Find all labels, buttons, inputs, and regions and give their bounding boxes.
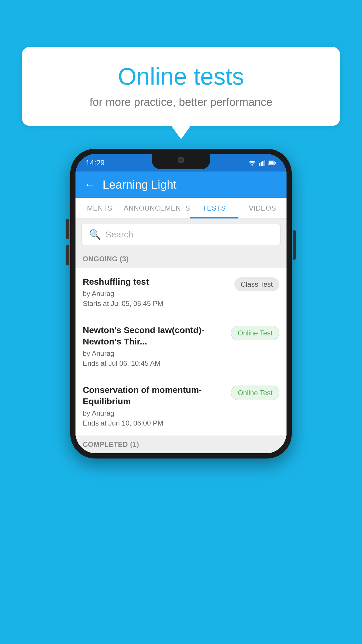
- test-badge-online-newton: Online Test: [231, 326, 279, 340]
- test-list: Reshuffling test by Anurag Starts at Jul…: [75, 268, 287, 436]
- test-time-reshuffling: Starts at Jul 05, 05:45 PM: [83, 300, 229, 308]
- test-name-conservation: Conservation of momentum-Equilibrium: [83, 384, 225, 407]
- back-button[interactable]: ←: [84, 178, 95, 191]
- test-time-newton: Ends at Jul 06, 10:45 AM: [83, 359, 225, 368]
- test-info-conservation: Conservation of momentum-Equilibrium by …: [83, 384, 231, 427]
- test-author-reshuffling: by Anurag: [83, 290, 229, 298]
- ongoing-section-header: ONGOING (3): [75, 250, 287, 268]
- phone-vol-down-btn: [66, 245, 69, 265]
- test-author-conservation: by Anurag: [83, 409, 225, 417]
- test-info-reshuffling: Reshuffling test by Anurag Starts at Jul…: [83, 276, 234, 308]
- svg-rect-1: [259, 163, 260, 166]
- svg-rect-2: [261, 162, 262, 166]
- phone-power-btn: [293, 230, 296, 260]
- search-container: 🔍 Search: [75, 219, 287, 250]
- search-input[interactable]: 🔍 Search: [81, 224, 281, 245]
- svg-rect-3: [262, 161, 263, 166]
- tab-ments[interactable]: MENTS: [75, 198, 124, 218]
- completed-label: COMPLETED (1): [83, 440, 139, 448]
- test-item-reshuffling[interactable]: Reshuffling test by Anurag Starts at Jul…: [75, 268, 287, 316]
- phone-camera: [178, 157, 184, 163]
- phone-vol-up-btn: [66, 219, 69, 239]
- bubble-subtitle: for more practice, better performance: [39, 96, 323, 108]
- tab-announcements[interactable]: ANNOUNCEMENTS: [124, 198, 190, 218]
- battery-icon: [268, 160, 276, 165]
- tab-videos[interactable]: VIDEOS: [238, 198, 287, 218]
- test-badge-class-test: Class Test: [234, 277, 279, 291]
- bubble-title: Online tests: [39, 63, 323, 90]
- svg-point-0: [252, 165, 253, 166]
- status-icons: [248, 160, 276, 166]
- test-item-newton[interactable]: Newton's Second law(contd)-Newton's Thir…: [75, 316, 287, 376]
- phone-outer: 14:29: [70, 149, 292, 459]
- test-name-reshuffling: Reshuffling test: [83, 276, 229, 287]
- phone-screen: 14:29: [75, 154, 287, 453]
- ongoing-label: ONGOING (3): [83, 255, 129, 263]
- svg-rect-7: [275, 162, 276, 164]
- test-info-newton: Newton's Second law(contd)-Newton's Thir…: [83, 324, 231, 368]
- status-time: 14:29: [86, 158, 105, 167]
- test-author-newton: by Anurag: [83, 349, 225, 358]
- app-bar-title: Learning Light: [103, 178, 177, 191]
- wifi-icon: [248, 160, 256, 166]
- promo-bubble: Online tests for more practice, better p…: [22, 47, 340, 126]
- tab-tests[interactable]: TESTS: [190, 198, 238, 218]
- test-item-conservation[interactable]: Conservation of momentum-Equilibrium by …: [75, 376, 287, 436]
- test-time-conservation: Ends at Jun 10, 06:00 PM: [83, 419, 225, 427]
- tabs-bar: MENTS ANNOUNCEMENTS TESTS VIDEOS: [75, 198, 287, 219]
- test-name-newton: Newton's Second law(contd)-Newton's Thir…: [83, 324, 225, 347]
- search-icon: 🔍: [89, 229, 101, 240]
- svg-rect-4: [264, 160, 265, 166]
- completed-section-header: COMPLETED (1): [75, 436, 287, 453]
- test-badge-online-conservation: Online Test: [231, 386, 279, 400]
- app-bar: ← Learning Light: [75, 172, 287, 198]
- search-placeholder: Search: [106, 230, 133, 239]
- svg-rect-6: [269, 161, 274, 164]
- signal-icon: [259, 160, 265, 166]
- phone-mockup: 14:29: [70, 149, 292, 459]
